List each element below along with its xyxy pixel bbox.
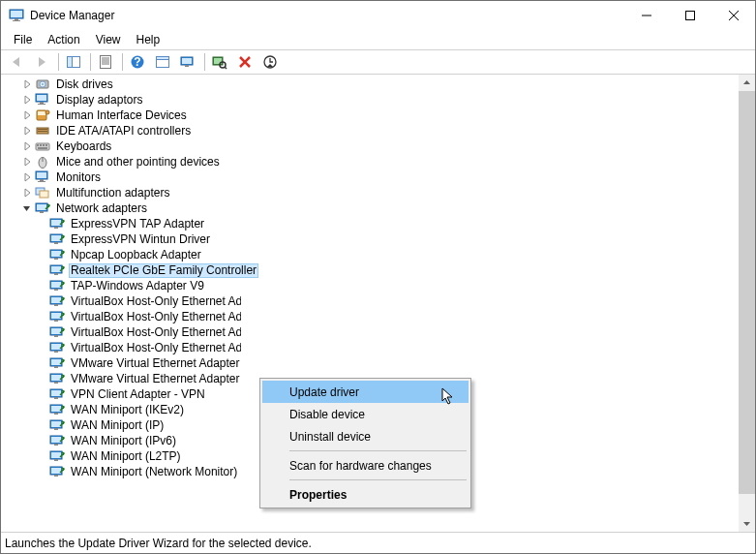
tree-device[interactable]: TAP-Windows Adapter V9 <box>1 278 739 293</box>
tree-device[interactable]: VirtualBox Host-Only Ethernet Adapter <box>1 340 739 355</box>
mouse-icon <box>35 154 50 169</box>
help-button[interactable]: ? <box>126 51 149 73</box>
svg-rect-34 <box>40 102 44 104</box>
net-icon <box>35 200 50 216</box>
uninstall-button[interactable] <box>233 51 257 73</box>
svg-rect-73 <box>54 289 58 291</box>
tree-device-label: WAN Miniport (IKEv2) <box>69 403 186 416</box>
vertical-scrollbar[interactable] <box>739 75 755 532</box>
net-icon <box>49 247 65 262</box>
properties-button[interactable] <box>94 51 117 73</box>
svg-rect-9 <box>68 57 73 68</box>
tree-category[interactable]: Display adaptors <box>1 92 739 108</box>
tree-category[interactable]: IDE ATA/ATAPI controllers <box>1 123 739 138</box>
monitor-icon <box>35 169 50 185</box>
update-driver-button[interactable] <box>258 51 282 73</box>
tree-device[interactable]: VirtualBox Host-Only Ethernet Adapter <box>1 309 739 324</box>
scroll-thumb[interactable] <box>739 91 755 494</box>
context-menu-separator <box>289 450 467 451</box>
chevron-down-icon[interactable] <box>20 201 34 215</box>
svg-rect-100 <box>54 428 58 430</box>
chevron-right-icon[interactable] <box>20 186 34 200</box>
svg-rect-75 <box>51 297 61 303</box>
context-menu-uninstall-device[interactable]: Uninstall device <box>262 425 469 447</box>
tree-category-label: Keyboards <box>54 139 113 153</box>
context-menu-properties[interactable]: Properties <box>262 483 469 506</box>
back-button[interactable] <box>5 51 28 73</box>
show-hide-console-tree-button[interactable] <box>62 51 85 73</box>
ide-icon <box>35 123 50 138</box>
device-manager-window: Device Manager File Action View Help ? D… <box>0 0 756 554</box>
context-menu-update-driver[interactable]: Update driver <box>262 381 469 403</box>
tree-device[interactable]: ExpressVPN TAP Adapter <box>1 216 739 231</box>
svg-rect-82 <box>54 335 58 337</box>
chevron-right-icon[interactable] <box>20 124 34 138</box>
tree-device[interactable]: Npcap Loopback Adapter <box>1 247 739 262</box>
statusbar-text: Launches the Update Driver Wizard for th… <box>5 537 312 550</box>
tree-device-label: WAN Miniport (IPv6) <box>69 434 178 447</box>
net-icon <box>49 464 65 479</box>
chevron-right-icon[interactable] <box>20 77 34 91</box>
tree-category[interactable]: Disk drives <box>1 77 739 92</box>
tree-device[interactable]: VMware Virtual Ethernet Adapter <box>1 355 739 371</box>
tree-device[interactable]: ExpressVPN Wintun Driver <box>1 231 739 247</box>
scan-hardware-button[interactable] <box>208 51 231 73</box>
menu-help[interactable]: Help <box>130 31 167 48</box>
scroll-track[interactable] <box>739 91 755 515</box>
svg-line-25 <box>225 67 227 69</box>
svg-rect-81 <box>51 328 61 334</box>
svg-rect-20 <box>182 58 192 64</box>
svg-rect-33 <box>37 95 46 101</box>
svg-rect-66 <box>51 251 61 257</box>
tree-device-label: VirtualBox Host-Only Ethernet Adapter <box>69 325 241 339</box>
svg-rect-103 <box>54 444 58 446</box>
window-title: Device Manager <box>30 9 624 22</box>
menu-action[interactable]: Action <box>41 31 86 48</box>
tree-category[interactable]: Human Interface Devices <box>1 108 739 123</box>
chevron-right-icon[interactable] <box>20 108 34 122</box>
context-menu-scan-hardware[interactable]: Scan for hardware changes <box>262 454 469 477</box>
tree-device-label: VirtualBox Host-Only Ethernet Adapter <box>69 310 241 323</box>
tree-device-label: ExpressVPN Wintun Driver <box>69 232 212 246</box>
svg-rect-37 <box>38 111 45 115</box>
tree-category[interactable]: Mice and other pointing devices <box>1 154 739 169</box>
net-icon <box>49 262 65 278</box>
tree-category[interactable]: Multifunction adapters <box>1 185 739 200</box>
app-icon <box>9 8 24 23</box>
context-menu-disable-device[interactable]: Disable device <box>262 403 469 425</box>
action-button[interactable] <box>151 51 174 73</box>
tree-category[interactable]: Keyboards <box>1 138 739 154</box>
menu-view[interactable]: View <box>89 31 128 48</box>
svg-rect-99 <box>51 421 61 427</box>
scroll-down-button[interactable] <box>739 515 755 532</box>
net-icon <box>49 324 65 340</box>
tree-device[interactable]: VirtualBox Host-Only Ethernet Adapter <box>1 293 739 309</box>
chevron-right-icon[interactable] <box>20 93 34 107</box>
forward-button[interactable] <box>30 51 53 73</box>
toolbar-separator <box>122 53 123 71</box>
svg-rect-85 <box>54 351 58 353</box>
chevron-right-icon[interactable] <box>20 155 34 169</box>
svg-point-38 <box>45 110 49 114</box>
tree-device[interactable]: Realtek PCIe GbE Family Controller <box>1 262 739 278</box>
tree-category-label: Display adaptors <box>54 93 144 107</box>
minimize-button[interactable] <box>624 1 668 30</box>
close-button[interactable] <box>711 1 755 30</box>
view-button[interactable] <box>176 51 199 73</box>
svg-rect-90 <box>51 375 61 381</box>
maximize-button[interactable] <box>668 1 711 30</box>
tree-device[interactable]: VirtualBox Host-Only Ethernet Adapter <box>1 324 739 340</box>
chevron-right-icon[interactable] <box>20 170 34 184</box>
net-icon <box>49 355 65 371</box>
scroll-up-button[interactable] <box>739 75 755 91</box>
menu-file[interactable]: File <box>7 31 39 48</box>
tree-category[interactable]: Network adapters <box>1 200 739 216</box>
keyboard-icon <box>35 138 50 154</box>
tree-category-label: Multifunction adapters <box>54 186 171 200</box>
net-icon <box>49 293 65 309</box>
tree-category-label: IDE ATA/ATAPI controllers <box>54 124 193 138</box>
svg-rect-55 <box>40 191 48 198</box>
chevron-right-icon[interactable] <box>20 139 34 153</box>
tree-device-label: WAN Miniport (L2TP) <box>69 449 183 463</box>
tree-category[interactable]: Monitors <box>1 169 739 185</box>
